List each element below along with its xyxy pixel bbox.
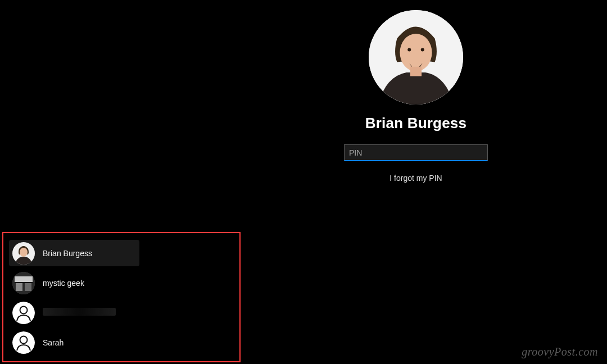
watermark-text: groovyPost.com (522, 345, 598, 358)
pin-input[interactable] (344, 144, 488, 161)
avatar-photo (369, 10, 463, 104)
avatar-brian (12, 242, 35, 265)
redacted-name (43, 308, 116, 316)
svg-point-14 (12, 331, 35, 354)
svg-rect-9 (16, 283, 22, 291)
svg-point-1 (400, 34, 432, 71)
svg-rect-10 (25, 283, 31, 291)
forgot-pin-link[interactable]: I forgot my PIN (389, 174, 442, 183)
user-list-label (43, 308, 116, 317)
person-icon (12, 331, 35, 354)
svg-point-6 (20, 248, 28, 257)
person-icon (12, 302, 35, 324)
avatar-generic (12, 331, 35, 354)
login-panel: Brian Burgess I forgot my PIN (298, 10, 534, 183)
user-list-item-redacted[interactable] (9, 299, 139, 326)
svg-rect-4 (410, 67, 422, 76)
avatar-generic (12, 302, 35, 324)
svg-rect-8 (15, 276, 33, 282)
user-list-item-mystic[interactable]: mystic geek (9, 270, 139, 296)
user-list-label: Brian Burgess (43, 249, 92, 258)
svg-rect-11 (15, 282, 33, 283)
active-user-name: Brian Burgess (365, 115, 466, 132)
user-list-item-sarah[interactable]: Sarah (9, 329, 139, 356)
user-list-label: Sarah (43, 338, 64, 347)
user-list-label: mystic geek (43, 279, 84, 288)
svg-point-12 (12, 302, 35, 324)
avatar-mystic (12, 272, 35, 294)
user-list-item-brian[interactable]: Brian Burgess (9, 240, 139, 266)
svg-point-2 (407, 48, 411, 52)
user-switcher-panel: Brian Burgess mystic geek (2, 232, 241, 362)
active-user-avatar (369, 10, 463, 104)
svg-point-3 (421, 48, 424, 52)
